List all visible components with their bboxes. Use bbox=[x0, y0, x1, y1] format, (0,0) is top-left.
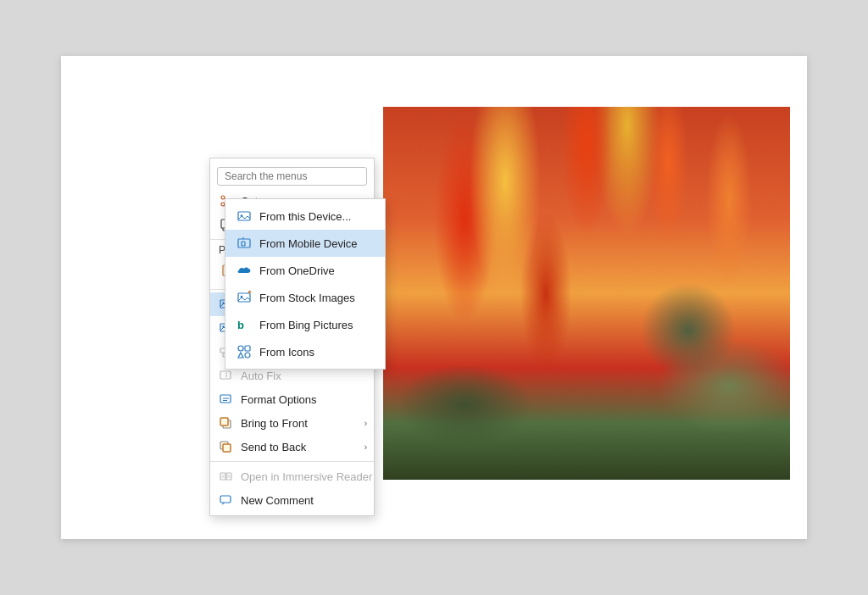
from-icons-icon bbox=[236, 343, 253, 360]
from-onedrive-icon bbox=[236, 262, 253, 279]
menu-item-bring-to-front[interactable]: Bring to Front › bbox=[210, 411, 374, 435]
svg-rect-35 bbox=[223, 444, 231, 452]
from-mobile-label: From Mobile Device bbox=[259, 237, 358, 250]
immersive-reader-icon bbox=[219, 469, 234, 484]
menu-item-immersive-reader[interactable]: Open in Immersive Reader bbox=[210, 464, 374, 488]
change-picture-submenu: From this Device... From Mobile Device F… bbox=[225, 198, 386, 370]
submenu-from-stock[interactable]: From Stock Images bbox=[225, 284, 385, 311]
menu-item-new-comment[interactable]: New Comment bbox=[210, 488, 374, 512]
from-stock-label: From Stock Images bbox=[259, 292, 355, 304]
svg-rect-42 bbox=[220, 496, 231, 503]
svg-rect-33 bbox=[220, 418, 228, 425]
svg-rect-55 bbox=[245, 346, 250, 351]
submenu-from-bing[interactable]: b From Bing Pictures bbox=[225, 311, 385, 338]
send-to-back-chevron: › bbox=[364, 442, 367, 452]
submenu-from-icons[interactable]: From Icons bbox=[225, 338, 385, 365]
send-to-back-icon bbox=[219, 439, 234, 454]
menu-item-send-to-back[interactable]: Send to Back › bbox=[210, 435, 374, 459]
auto-fix-label: Auto Fix bbox=[241, 370, 281, 382]
svg-rect-49 bbox=[238, 293, 250, 302]
separator-3 bbox=[210, 461, 374, 462]
from-onedrive-label: From OneDrive bbox=[259, 264, 335, 277]
format-options-label: Format Options bbox=[241, 393, 317, 406]
auto-fix-icon bbox=[219, 368, 234, 383]
svg-point-54 bbox=[238, 346, 243, 351]
format-options-icon bbox=[219, 392, 234, 407]
submenu-from-device[interactable]: From this Device... bbox=[225, 203, 385, 230]
svg-rect-36 bbox=[220, 473, 225, 480]
svg-rect-44 bbox=[238, 212, 250, 220]
application-window: Cut Copy Paste options: bbox=[61, 56, 807, 539]
from-bing-icon: b bbox=[236, 316, 253, 333]
send-to-back-label: Send to Back bbox=[241, 441, 306, 453]
bring-to-front-label: Bring to Front bbox=[241, 417, 308, 430]
new-comment-icon bbox=[219, 492, 234, 508]
photo-area bbox=[383, 107, 790, 480]
svg-rect-37 bbox=[226, 473, 231, 480]
search-input[interactable] bbox=[217, 167, 367, 186]
submenu-from-onedrive[interactable]: From OneDrive bbox=[225, 257, 385, 284]
svg-rect-57 bbox=[245, 353, 250, 358]
svg-rect-47 bbox=[242, 242, 245, 246]
from-device-icon bbox=[236, 208, 253, 225]
bring-to-front-chevron: › bbox=[364, 419, 367, 428]
from-device-label: From this Device... bbox=[259, 210, 351, 223]
from-bing-label: From Bing Pictures bbox=[259, 319, 353, 331]
svg-marker-56 bbox=[238, 353, 243, 358]
from-mobile-icon bbox=[236, 235, 253, 252]
svg-text:b: b bbox=[237, 319, 244, 331]
new-comment-label: New Comment bbox=[241, 494, 314, 507]
bring-to-front-icon bbox=[219, 415, 234, 431]
from-stock-icon bbox=[236, 289, 253, 306]
svg-rect-27 bbox=[220, 371, 231, 379]
immersive-reader-label: Open in Immersive Reader bbox=[241, 470, 372, 483]
menu-item-format-options[interactable]: Format Options bbox=[210, 387, 374, 411]
submenu-from-mobile[interactable]: From Mobile Device bbox=[225, 230, 385, 257]
from-icons-label: From Icons bbox=[259, 346, 314, 359]
